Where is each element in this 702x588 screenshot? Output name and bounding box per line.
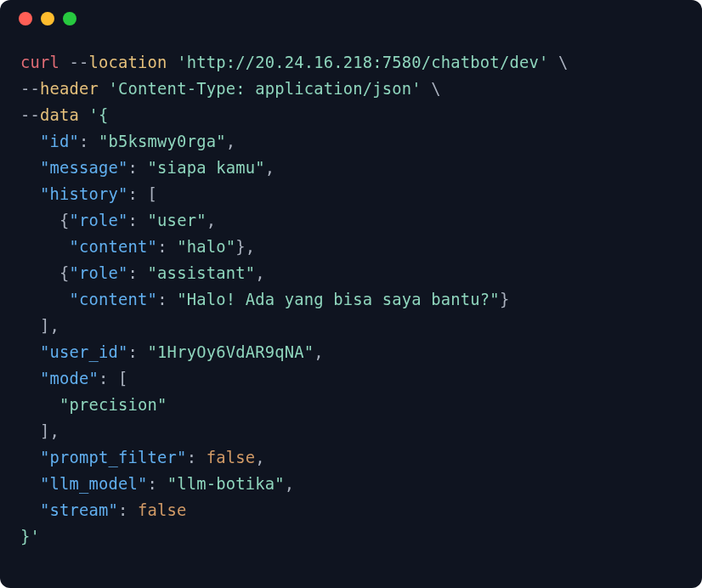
flag-location: location: [89, 54, 167, 71]
space: [59, 54, 70, 71]
titlebar: [0, 0, 702, 37]
terminal-window: curl --location 'http://20.24.16.218:758…: [0, 0, 702, 588]
header-string: 'Content-Type: application/json': [109, 80, 422, 98]
dash-dash: --: [70, 54, 89, 71]
indent: [20, 317, 40, 335]
space: [167, 54, 178, 71]
json-value-content: "Halo! Ada yang bisa saya bantu?": [177, 291, 500, 308]
colon: :: [157, 238, 177, 256]
colon: :: [128, 264, 148, 282]
comma: ,: [255, 449, 265, 466]
indent: [20, 343, 40, 361]
json-key-llm-model: "llm_model": [40, 475, 148, 493]
brace-close: }: [235, 238, 246, 256]
indent: [20, 291, 70, 308]
json-value-false: false: [138, 501, 187, 519]
indent: [20, 501, 40, 519]
json-key-history: "history": [40, 185, 128, 203]
bracket-close: ]: [40, 422, 50, 440]
maximize-icon[interactable]: [63, 12, 76, 25]
code-block: curl --location 'http://20.24.16.218:758…: [0, 37, 702, 570]
comma: ,: [207, 212, 217, 229]
json-key-content: "content": [70, 291, 158, 308]
brace-open: {: [59, 264, 70, 282]
json-value-user-id: "1HryOy6VdAR9qNA": [148, 343, 314, 361]
bracket-open: [: [118, 370, 128, 387]
close-icon[interactable]: [19, 12, 32, 25]
dash-dash: --: [20, 80, 40, 98]
json-value-message: "siapa kamu": [148, 159, 265, 177]
indent: [20, 238, 70, 256]
json-key-role: "role": [70, 212, 128, 229]
brace-close: }: [500, 291, 510, 308]
json-value-llm-model: "llm-botika": [167, 475, 285, 493]
flag-header: header: [40, 80, 99, 98]
bracket-open: [: [148, 185, 158, 203]
comma: ,: [265, 159, 275, 177]
json-value-id: "b5ksmwy0rga": [99, 133, 226, 150]
cmd-curl: curl: [20, 54, 59, 71]
indent: [20, 370, 40, 387]
colon: :: [157, 291, 177, 308]
line-continuation: \: [548, 54, 568, 71]
comma: ,: [246, 238, 256, 256]
flag-data: data: [40, 106, 79, 124]
json-key-role: "role": [70, 264, 128, 282]
data-close: }': [20, 528, 40, 546]
colon: :: [187, 449, 207, 466]
space: [99, 80, 109, 98]
indent: [20, 185, 40, 203]
json-value-mode-item: "precision": [59, 396, 167, 414]
colon: :: [118, 501, 138, 519]
json-key-user-id: "user_id": [40, 343, 128, 361]
indent: [20, 133, 40, 150]
url-string: 'http://20.24.16.218:7580/chatbot/dev': [177, 54, 548, 71]
json-value-role: "user": [148, 212, 207, 229]
comma: ,: [50, 422, 60, 440]
line-continuation: \: [422, 80, 441, 98]
indent: [20, 475, 40, 493]
colon: :: [128, 343, 148, 361]
colon: :: [79, 133, 99, 150]
json-value-false: false: [207, 449, 256, 466]
json-key-mode: "mode": [40, 370, 99, 387]
json-value-role: "assistant": [148, 264, 256, 282]
json-key-id: "id": [40, 133, 79, 150]
indent: [20, 396, 59, 414]
json-value-content: "halo": [177, 238, 235, 256]
colon: :: [128, 185, 148, 203]
indent: [20, 449, 40, 466]
indent: [20, 159, 40, 177]
space: [79, 106, 89, 124]
comma: ,: [226, 133, 236, 150]
colon: :: [128, 212, 148, 229]
colon: :: [148, 475, 167, 493]
json-key-stream: "stream": [40, 501, 118, 519]
comma: ,: [314, 343, 324, 361]
indent: [20, 212, 59, 229]
indent: [20, 264, 59, 282]
indent: [20, 422, 40, 440]
minimize-icon[interactable]: [41, 12, 54, 25]
json-key-message: "message": [40, 159, 128, 177]
comma: ,: [50, 317, 60, 335]
json-key-prompt-filter: "prompt_filter": [40, 449, 187, 466]
colon: :: [99, 370, 118, 387]
json-key-content: "content": [70, 238, 158, 256]
colon: :: [128, 159, 148, 177]
bracket-close: ]: [40, 317, 50, 335]
dash-dash: --: [20, 106, 40, 124]
comma: ,: [255, 264, 265, 282]
data-open: '{: [89, 106, 109, 124]
comma: ,: [285, 475, 295, 493]
brace-open: {: [59, 212, 70, 229]
